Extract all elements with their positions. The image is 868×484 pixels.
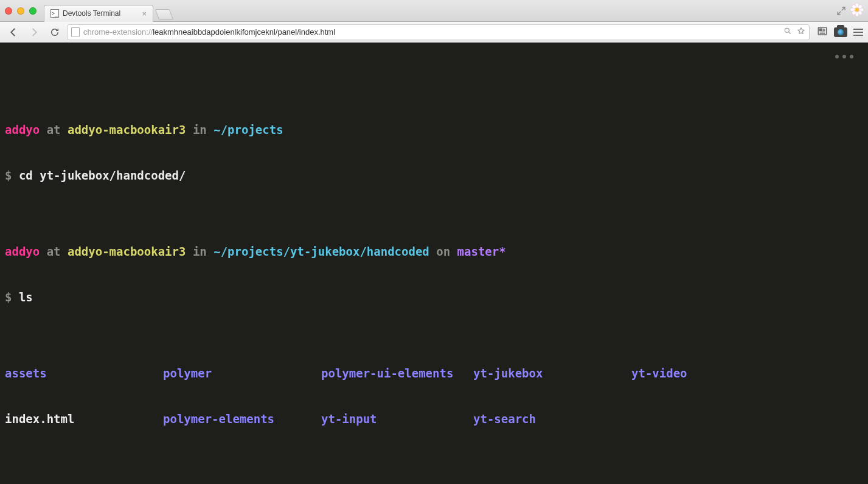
overflow-menu-icon[interactable]: [835, 55, 853, 58]
new-tab-button[interactable]: [155, 9, 174, 20]
url-text: chrome-extension://leakmhneaibbdapdoienl…: [83, 27, 780, 37]
title-bar: >_ Devtools Terminal ×: [0, 0, 868, 22]
ls-output-row: assetspolymerpolymer-ui-elementsyt-jukeb…: [5, 366, 863, 381]
back-button[interactable]: [5, 25, 22, 40]
svg-point-10: [785, 28, 789, 32]
forward-button[interactable]: [26, 25, 43, 40]
ls-output-row: index.htmlpolymer-elementsyt-inputyt-sea…: [5, 412, 863, 427]
menu-button[interactable]: [853, 29, 863, 36]
prompt-line: addyo at addyo-macbookair3 in ~/projects: [5, 122, 863, 138]
browser-tab[interactable]: >_ Devtools Terminal ×: [44, 5, 153, 22]
prompt-line: addyo at addyo-macbookair3 in ~/projects…: [5, 244, 863, 259]
close-window-button[interactable]: [5, 7, 12, 15]
zoom-window-button[interactable]: [29, 7, 36, 15]
bookmark-star-icon[interactable]: [797, 27, 805, 37]
expand-icon[interactable]: [836, 6, 846, 16]
svg-rect-12: [820, 29, 822, 30]
traffic-lights: [5, 7, 36, 15]
window-controls-right: [836, 2, 864, 19]
tab-title: Devtools Terminal: [63, 9, 120, 18]
terminal-pane[interactable]: addyo at addyo-macbookair3 in ~/projects…: [0, 43, 868, 484]
command-line: $ ls: [5, 290, 863, 305]
reload-button[interactable]: [46, 25, 63, 40]
svg-point-9: [855, 8, 859, 12]
command-line: $ cd yt-jukebox/handcoded/: [5, 168, 863, 183]
flower-extension-icon[interactable]: [850, 2, 864, 19]
search-icon[interactable]: [783, 27, 792, 37]
camera-extension-icon[interactable]: [834, 27, 847, 37]
toolbar-right: [813, 26, 863, 39]
page-icon: [71, 27, 80, 37]
close-tab-button[interactable]: ×: [142, 9, 147, 18]
reader-icon[interactable]: [817, 26, 828, 39]
browser-toolbar: chrome-extension://leakmhneaibbdapdoienl…: [0, 22, 868, 43]
terminal-favicon-icon: >_: [50, 9, 59, 18]
address-bar[interactable]: chrome-extension://leakmhneaibbdapdoienl…: [67, 24, 810, 40]
minimize-window-button[interactable]: [17, 7, 24, 15]
